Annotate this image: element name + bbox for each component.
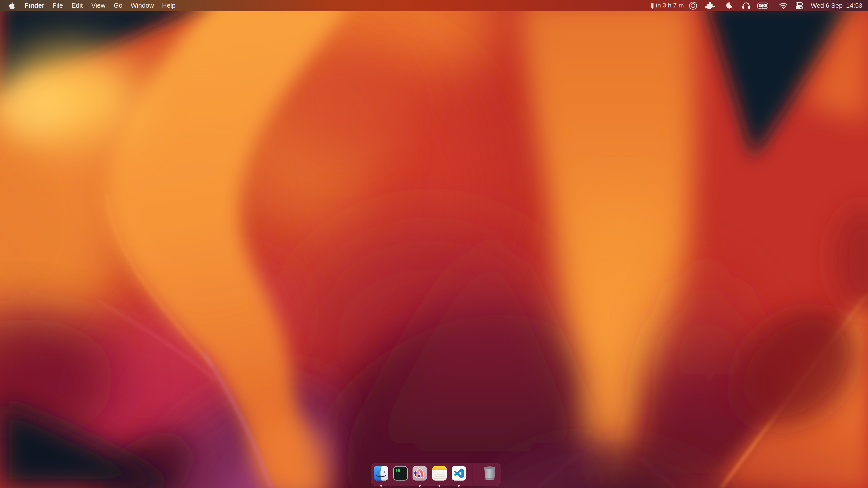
svg-text:$: $: [395, 469, 397, 473]
